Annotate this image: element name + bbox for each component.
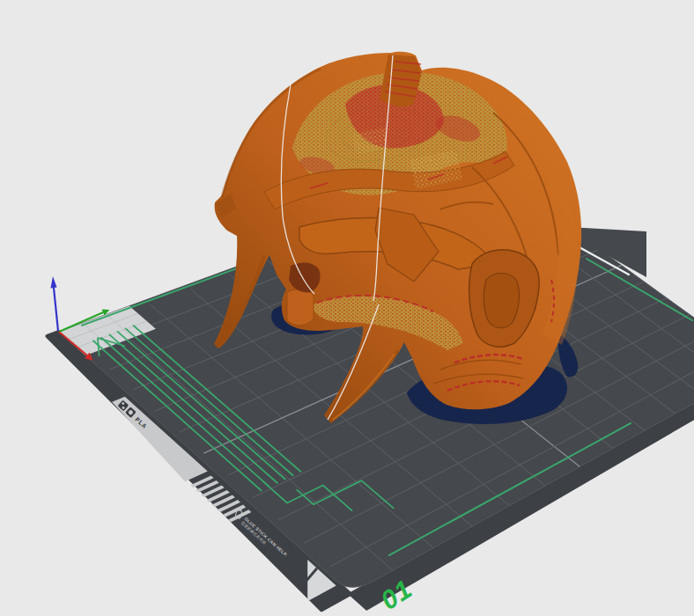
slicer-3d-viewport[interactable]: PLA GLUE STICK CAN HELP. 普通胶棒也有奇效 01 xyxy=(0,0,694,616)
z-axis-arrow xyxy=(51,276,59,331)
viewport-canvas[interactable]: PLA GLUE STICK CAN HELP. 普通胶棒也有奇效 01 xyxy=(0,0,694,616)
